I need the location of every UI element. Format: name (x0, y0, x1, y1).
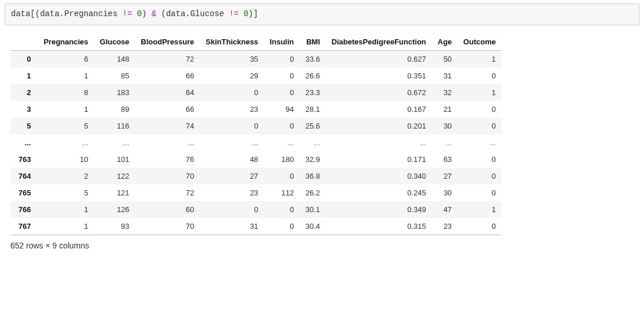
cell: 126 (94, 201, 135, 218)
cell: 0 (458, 67, 502, 84)
column-header: Pregnancies (38, 33, 94, 51)
code-token: data (166, 9, 186, 18)
cell: 60 (135, 201, 199, 218)
table-row: 061487235033.60.627501 (10, 50, 502, 67)
table-body: 061487235033.60.62750111856629026.60.351… (10, 50, 502, 235)
cell: 6 (38, 50, 94, 67)
cell: 66 (135, 101, 199, 118)
cell: 21 (432, 101, 458, 118)
cell: 30 (432, 184, 458, 201)
cell: 76 (135, 151, 199, 168)
cell: 116 (94, 118, 135, 134)
row-index: 0 (10, 50, 38, 67)
cell: 148 (94, 50, 135, 67)
cell: 70 (135, 168, 199, 184)
row-index: 764 (10, 168, 38, 184)
cell: 0 (458, 118, 502, 134)
cell: ... (300, 134, 326, 151)
table-row: 55116740025.60.201300 (10, 118, 502, 134)
cell: 0 (200, 84, 264, 101)
row-index: 5 (10, 118, 38, 134)
cell: 2 (38, 168, 94, 184)
cell: 5 (38, 184, 94, 201)
cell: 0 (458, 151, 502, 168)
cell: 0.340 (326, 168, 432, 184)
code-token (146, 9, 151, 18)
table-row: 76421227027036.80.340270 (10, 168, 502, 184)
cell: 1 (458, 201, 502, 218)
table-row: 318966239428.10.167210 (10, 101, 502, 118)
cell: 31 (432, 67, 458, 84)
cell: ... (458, 134, 502, 151)
cell: ... (200, 134, 264, 151)
cell: 0 (458, 184, 502, 201)
code-token: data (11, 9, 31, 18)
cell: 23 (432, 218, 458, 235)
table-row: 11856629026.60.351310 (10, 67, 502, 84)
cell: 0.627 (326, 50, 432, 67)
cell: 122 (94, 168, 135, 184)
code-token: ( (161, 9, 166, 18)
code-token: Glucose (190, 9, 224, 18)
cell: 66 (135, 67, 199, 84)
cell: 0 (264, 168, 300, 184)
cell: 74 (135, 118, 199, 134)
cell: 121 (94, 184, 135, 201)
output-area: PregnanciesGlucoseBloodPressureSkinThick… (5, 25, 639, 250)
cell: ... (38, 134, 94, 151)
cell: 63 (432, 151, 458, 168)
column-header: Age (432, 33, 458, 51)
row-index: 3 (10, 101, 38, 118)
column-header: SkinThickness (200, 33, 264, 51)
row-index: 1 (10, 67, 38, 84)
code-token: ] (253, 9, 258, 18)
cell: 94 (264, 101, 300, 118)
cell: 35 (200, 50, 264, 67)
cell: 0 (264, 67, 300, 84)
code-token (224, 9, 229, 18)
cell: 50 (432, 50, 458, 67)
cell: 0 (200, 201, 264, 218)
code-token: data (40, 9, 59, 18)
code-input[interactable]: data[(data.Pregnancies != 0) & (data.Glu… (5, 3, 639, 25)
cell: 0 (458, 101, 502, 118)
cell: 0 (264, 50, 300, 67)
cell: 1 (458, 84, 502, 101)
cell: ... (264, 134, 300, 151)
cell: 5 (38, 118, 94, 134)
index-header (10, 33, 38, 51)
cell: 0 (458, 168, 502, 184)
table-row: 28183640023.30.672321 (10, 84, 502, 101)
column-header: Insulin (264, 33, 300, 51)
cell: 1 (458, 50, 502, 67)
cell: 31 (200, 218, 264, 235)
table-row: 76310101764818032.90.171630 (10, 151, 502, 168)
cell: 8 (38, 84, 94, 101)
cell: ... (94, 134, 135, 151)
code-token (118, 9, 122, 18)
cell: 0.351 (326, 67, 432, 84)
cell: 10 (38, 151, 94, 168)
cell: 0.315 (326, 218, 432, 235)
cell: 30.4 (300, 218, 326, 235)
cell: 47 (432, 201, 458, 218)
cell: 29 (200, 67, 264, 84)
cell: 26.6 (300, 67, 326, 84)
code-token: ) (248, 9, 253, 18)
cell: 28.1 (300, 101, 326, 118)
cell: 101 (94, 151, 135, 168)
table-row: 7655121722311226.20.245300 (10, 184, 502, 201)
cell: 93 (94, 218, 135, 235)
cell: ... (326, 134, 432, 151)
code-token: != (229, 9, 239, 18)
code-token: Pregnancies (64, 9, 117, 18)
cell: 0.245 (326, 184, 432, 201)
cell: 0.672 (326, 84, 432, 101)
cell: 0 (264, 218, 300, 235)
cell: 25.6 (300, 118, 326, 134)
row-index: 767 (10, 218, 38, 235)
cell: 48 (200, 151, 264, 168)
header-row: PregnanciesGlucoseBloodPressureSkinThick… (10, 33, 502, 51)
cell: 112 (264, 184, 300, 201)
cell: 26.2 (300, 184, 326, 201)
